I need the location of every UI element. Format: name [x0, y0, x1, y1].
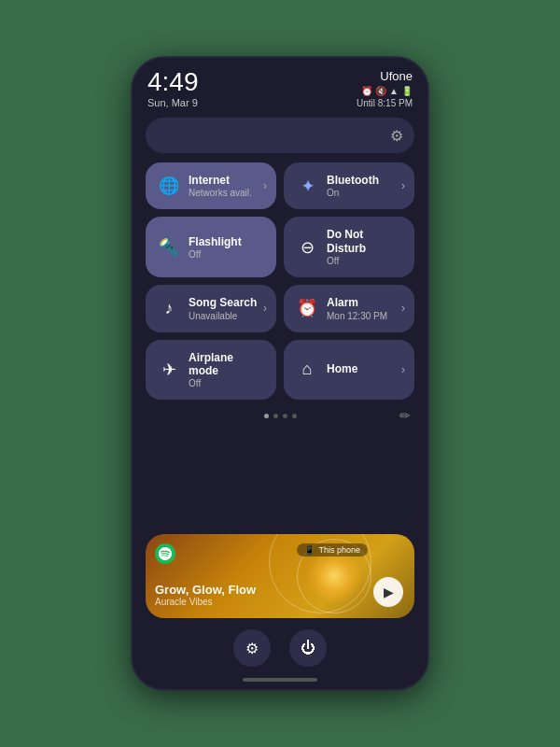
dot-2 — [273, 414, 278, 418]
tile-row-4: ✈ Airplane mode Off ⌂ Home › — [146, 340, 414, 401]
home-icon: ⌂ — [297, 359, 317, 379]
alarm-text: Alarm Mon 12:30 PM — [327, 296, 387, 320]
internet-title: Internet — [189, 174, 252, 187]
status-bar: 4:49 Sun, Mar 9 Ufone ⏰ 🔇 ▲ 🔋 Until 8:15… — [133, 58, 427, 112]
phone-frame: 4:49 Sun, Mar 9 Ufone ⏰ 🔇 ▲ 🔋 Until 8:15… — [131, 56, 429, 691]
dnd-text: Do Not Disturb Off — [327, 228, 401, 266]
flashlight-subtitle: Off — [189, 249, 242, 260]
airplane-title: Airplane mode — [189, 351, 263, 378]
power-button[interactable]: ⏻ — [289, 629, 327, 667]
phone-icon: 📱 — [304, 545, 315, 555]
status-icons: ⏰ 🔇 ▲ 🔋 — [357, 86, 413, 96]
signal-icon: ▲ — [389, 86, 399, 96]
search-bar[interactable]: ⚙ — [146, 118, 414, 153]
airplane-subtitle: Off — [189, 378, 263, 388]
dot-4 — [292, 414, 297, 418]
media-play-button[interactable]: ▶ — [373, 577, 403, 607]
status-right: Ufone ⏰ 🔇 ▲ 🔋 Until 8:15 PM — [357, 69, 413, 108]
tiles-grid: 🌐 Internet Networks avail. › ✦ Bluetooth… — [146, 162, 414, 400]
alarm-chevron: › — [401, 302, 405, 315]
home-indicator — [243, 678, 317, 682]
tile-row-3: ♪ Song Search Unavailable › ⏰ Alarm Mon … — [146, 285, 414, 331]
airplane-text: Airplane mode Off — [189, 351, 263, 389]
tile-row-2: 🔦 Flashlight Off ⊖ Do Not Disturb Off — [146, 217, 414, 277]
internet-tile[interactable]: 🌐 Internet Networks avail. › — [146, 162, 276, 209]
settings-search-icon[interactable]: ⚙ — [390, 127, 403, 145]
airplane-icon: ✈ — [159, 359, 179, 380]
clock-time: 4:49 — [147, 69, 199, 95]
airplane-tile[interactable]: ✈ Airplane mode Off — [146, 340, 276, 401]
internet-subtitle: Networks avail. — [189, 188, 252, 198]
song-search-chevron: › — [263, 302, 267, 315]
carrier-label: Ufone — [357, 69, 413, 83]
dnd-subtitle: Off — [327, 256, 401, 266]
mute-icon: 🔇 — [375, 86, 386, 96]
media-artist-name: Auracle Vibes — [155, 597, 256, 607]
media-device-label: 📱 This phone — [297, 543, 368, 557]
page-dots — [168, 414, 392, 418]
flashlight-title: Flashlight — [189, 235, 242, 248]
clock-date: Sun, Mar 9 — [147, 97, 199, 108]
flashlight-icon: 🔦 — [159, 237, 179, 258]
spotify-icon — [155, 543, 175, 564]
song-search-icon: ♪ — [159, 299, 179, 318]
song-search-tile[interactable]: ♪ Song Search Unavailable › — [146, 285, 276, 331]
alarm-subtitle: Mon 12:30 PM — [327, 311, 387, 321]
time-block: 4:49 Sun, Mar 9 — [147, 69, 199, 108]
internet-text: Internet Networks avail. — [189, 174, 252, 198]
bottom-controls: ⚙ ⏻ — [133, 618, 427, 678]
home-tile[interactable]: ⌂ Home › — [284, 340, 414, 401]
media-info: Grow, Glow, Flow Auracle Vibes — [155, 583, 256, 607]
settings-button[interactable]: ⚙ — [233, 629, 271, 667]
internet-icon: 🌐 — [159, 176, 179, 196]
device-name: This phone — [318, 545, 360, 555]
page-indicators-row: ✏ — [146, 407, 414, 424]
alarm-tile-icon: ⏰ — [297, 298, 317, 318]
alarm-tile[interactable]: ⏰ Alarm Mon 12:30 PM › — [284, 285, 414, 331]
song-search-subtitle: Unavailable — [189, 311, 257, 321]
dot-1 — [264, 414, 269, 418]
media-player-card[interactable]: 📱 This phone Grow, Glow, Flow Auracle Vi… — [146, 534, 414, 618]
dot-3 — [283, 414, 287, 418]
bluetooth-chevron: › — [401, 179, 405, 192]
media-song-title: Grow, Glow, Flow — [155, 583, 256, 597]
flashlight-text: Flashlight Off — [189, 235, 242, 260]
song-search-title: Song Search — [189, 296, 257, 309]
tile-row-1: 🌐 Internet Networks avail. › ✦ Bluetooth… — [146, 162, 414, 209]
dnd-title: Do Not Disturb — [327, 228, 401, 255]
battery-icon: 🔋 — [401, 86, 413, 96]
dnd-tile[interactable]: ⊖ Do Not Disturb Off — [284, 217, 414, 277]
alarm-title: Alarm — [327, 296, 387, 309]
flashlight-tile[interactable]: 🔦 Flashlight Off — [146, 217, 276, 277]
song-search-text: Song Search Unavailable — [189, 296, 257, 320]
bluetooth-subtitle: On — [327, 188, 379, 198]
until-text: Until 8:15 PM — [357, 98, 413, 108]
quick-settings-panel: ⚙ 🌐 Internet Networks avail. › ✦ — [133, 112, 427, 534]
internet-chevron: › — [263, 179, 267, 192]
bluetooth-text: Bluetooth On — [327, 174, 379, 198]
bluetooth-icon: ✦ — [297, 177, 317, 195]
edit-icon[interactable]: ✏ — [399, 408, 411, 423]
screen: 4:49 Sun, Mar 9 Ufone ⏰ 🔇 ▲ 🔋 Until 8:15… — [133, 58, 427, 689]
alarm-icon: ⏰ — [361, 86, 372, 96]
bluetooth-title: Bluetooth — [327, 174, 379, 187]
home-title: Home — [327, 362, 357, 375]
home-text: Home — [327, 362, 357, 376]
bluetooth-tile[interactable]: ✦ Bluetooth On › — [284, 162, 414, 209]
home-chevron: › — [401, 363, 405, 376]
dnd-icon: ⊖ — [297, 237, 317, 258]
